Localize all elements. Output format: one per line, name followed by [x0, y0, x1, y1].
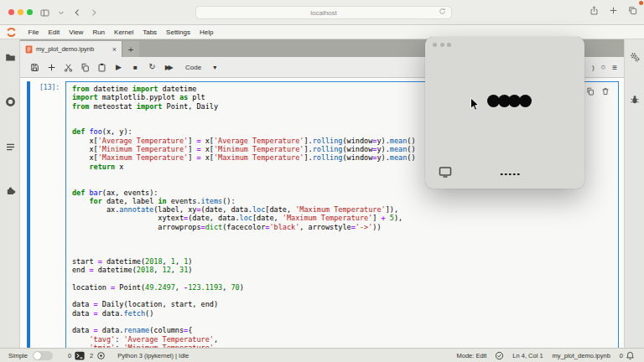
caret-down-icon[interactable]: ▾	[213, 64, 216, 71]
simple-mode-toggle[interactable]	[33, 351, 53, 360]
forward-icon[interactable]	[90, 6, 98, 19]
cut-icon[interactable]	[64, 63, 73, 72]
terminal-icon[interactable]	[74, 350, 85, 361]
cursor-position[interactable]: Ln 4, Col 1	[512, 352, 543, 359]
notifications-count: 0	[620, 352, 623, 359]
reload-icon[interactable]	[439, 8, 446, 15]
mouse-cursor	[470, 97, 480, 112]
kernel-status-text[interactable]: Python 3 (ipykernel) | Idle	[117, 352, 189, 359]
menu-settings[interactable]: Settings	[162, 28, 195, 36]
back-icon[interactable]	[73, 6, 81, 19]
file-browser-icon[interactable]	[3, 50, 17, 64]
insert-cell-icon[interactable]	[47, 63, 56, 72]
browser-chrome: localhost	[0, 0, 644, 25]
overlay-window-controls	[433, 43, 451, 47]
jupyter-logo-icon	[6, 27, 17, 38]
kernel-status-icon[interactable]: ○	[601, 63, 605, 71]
share-icon[interactable]	[589, 6, 599, 15]
new-launcher-button[interactable]: +	[122, 41, 139, 57]
ellipsis-dots	[501, 173, 520, 176]
kernel-sessions-icon[interactable]	[96, 350, 106, 361]
status-bar: Simple 0 2 Python 3 (ipykernel) | Idle M…	[0, 348, 644, 362]
menu-tabs[interactable]: Tabs	[138, 28, 162, 36]
mode-indicator: Mode: Edit	[456, 352, 486, 359]
cell-collapser[interactable]	[27, 81, 30, 348]
new-tab-icon[interactable]	[609, 6, 618, 15]
toolbar-menu-icon[interactable]: ≡	[612, 63, 617, 72]
paste-icon[interactable]	[97, 63, 106, 72]
run-icon[interactable]: ▶	[114, 63, 123, 72]
close-tab-icon[interactable]: ×	[112, 45, 117, 54]
save-icon[interactable]	[30, 63, 39, 72]
extensions-icon[interactable]	[3, 184, 17, 197]
duplicate-cell-icon[interactable]	[586, 87, 595, 96]
property-inspector-icon[interactable]	[628, 50, 641, 64]
sidebar-icon[interactable]	[40, 6, 49, 19]
run-all-icon[interactable]: ▶▶	[164, 63, 174, 72]
zoom-window-button[interactable]	[27, 9, 33, 15]
left-sidebar	[0, 39, 20, 348]
tab-my-plot-demo[interactable]: my_plot_demo.ipynb ×	[20, 41, 122, 57]
debugger-icon[interactable]	[628, 93, 641, 106]
notebook-icon	[25, 45, 33, 54]
kernels-count: 2	[90, 352, 93, 359]
kernel-name-label[interactable]: )	[592, 64, 595, 71]
tabs-overview-icon[interactable]	[628, 6, 637, 15]
menu-edit[interactable]: Edit	[44, 28, 65, 36]
check-circle-icon[interactable]	[494, 350, 505, 361]
minimize-window-button[interactable]	[18, 9, 23, 15]
menu-view[interactable]: View	[65, 28, 88, 36]
delete-cell-icon[interactable]	[601, 87, 610, 96]
restart-kernel-icon[interactable]: ↻	[148, 63, 157, 72]
menu-help[interactable]: Help	[195, 28, 218, 36]
stop-icon[interactable]: ■	[131, 63, 140, 72]
cell-toolbar	[586, 87, 610, 96]
chevron-down-icon[interactable]	[58, 6, 65, 19]
menu-kernel[interactable]: Kernel	[110, 28, 138, 36]
menu-file[interactable]: File	[23, 28, 44, 36]
right-sidebar	[624, 39, 644, 348]
cell-type-dropdown[interactable]: Code	[185, 64, 201, 71]
recording-indicator-dot	[639, 1, 643, 5]
address-bar[interactable]: localhost	[195, 6, 452, 19]
terminals-count: 0	[68, 352, 71, 359]
statusbar-filename: my_plot_demo.ipynb	[553, 352, 610, 359]
url-text: localhost	[310, 9, 337, 17]
execution-count: [13]:	[39, 84, 60, 91]
copy-icon[interactable]	[80, 63, 90, 72]
screen: localhost FileEditViewRunKernelTabsSetti…	[0, 0, 644, 362]
simple-mode-label: Simple	[8, 352, 28, 359]
running-kernels-icon[interactable]	[3, 95, 17, 108]
display-icon	[439, 165, 452, 178]
close-window-button[interactable]	[8, 9, 14, 15]
tab-label: my_plot_demo.ipynb	[36, 45, 109, 53]
password-dots	[487, 95, 529, 107]
menu-run[interactable]: Run	[88, 28, 110, 36]
table-of-contents-icon[interactable]	[3, 140, 17, 153]
bell-icon[interactable]	[625, 350, 636, 361]
overlay-window[interactable]	[425, 37, 584, 189]
